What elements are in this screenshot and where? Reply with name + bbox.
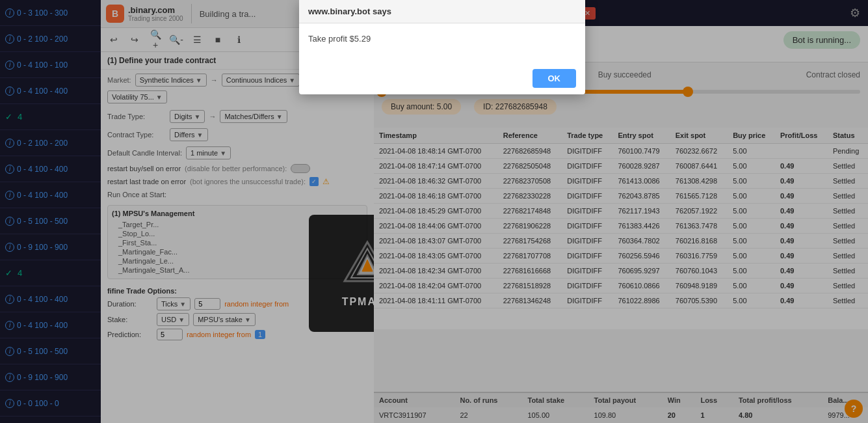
dialog-message: Take profit $5.29 xyxy=(308,34,371,44)
dialog-overlay: www.binary.bot says Take profit $5.29 OK xyxy=(0,0,868,423)
dialog-box: www.binary.bot says Take profit $5.29 OK xyxy=(299,0,585,94)
dialog-body: Take profit $5.29 xyxy=(299,23,585,62)
dialog-footer: OK xyxy=(299,62,585,94)
dialog-header: www.binary.bot says xyxy=(299,0,585,23)
ok-button[interactable]: OK xyxy=(533,69,577,88)
